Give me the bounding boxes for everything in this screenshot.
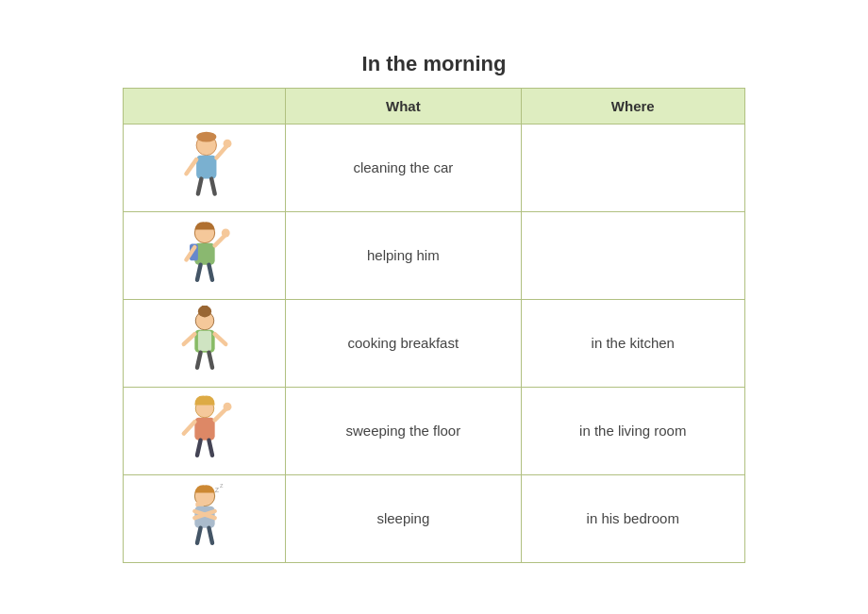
- col-header-where: Where: [521, 88, 745, 124]
- svg-line-29: [183, 422, 194, 433]
- activity-table: What Where cleaning the car: [123, 88, 745, 563]
- figure-cell: [124, 124, 286, 211]
- svg-line-31: [209, 440, 212, 455]
- svg-line-30: [197, 440, 201, 455]
- col-header-image: [124, 88, 286, 124]
- svg-line-38: [209, 527, 212, 542]
- svg-text:z: z: [214, 485, 219, 494]
- figure-cell: [124, 211, 286, 299]
- what-cell: cleaning the car: [286, 124, 521, 211]
- svg-line-6: [197, 178, 201, 193]
- table-row: z z sleepingin his bedroom: [124, 474, 745, 562]
- svg-line-24: [209, 352, 212, 367]
- svg-line-14: [197, 264, 201, 279]
- svg-point-1: [196, 131, 216, 141]
- table-header-row: What Where: [124, 88, 745, 124]
- svg-line-7: [211, 178, 215, 193]
- table-row: sweeping the floorin the living room: [124, 387, 745, 474]
- svg-line-21: [183, 334, 194, 344]
- what-cell: sleeping: [286, 474, 521, 562]
- where-cell: in the living room: [521, 387, 745, 474]
- table-row: cleaning the car: [124, 124, 745, 211]
- svg-line-15: [209, 264, 212, 279]
- figure-cell: [124, 387, 286, 474]
- svg-text:z: z: [220, 482, 224, 490]
- svg-line-22: [214, 334, 225, 344]
- col-header-what: What: [286, 88, 521, 124]
- main-container: In the morning What Where cleaning the c…: [123, 52, 745, 563]
- figure-cell: z z: [124, 474, 286, 562]
- where-cell: in his bedroom: [521, 474, 745, 562]
- svg-line-27: [214, 408, 225, 420]
- table-row: cooking breakfastin the kitchen: [124, 299, 745, 387]
- what-cell: sweeping the floor: [286, 387, 521, 474]
- page-title: In the morning: [123, 52, 745, 76]
- svg-rect-20: [197, 330, 210, 350]
- svg-line-37: [197, 527, 201, 542]
- where-cell: in the kitchen: [521, 299, 745, 387]
- what-cell: helping him: [286, 211, 521, 299]
- svg-line-23: [197, 352, 201, 367]
- table-row: helping him: [124, 211, 745, 299]
- figure-cell: [124, 299, 286, 387]
- svg-point-12: [221, 228, 229, 237]
- svg-point-5: [223, 139, 231, 147]
- svg-line-3: [186, 159, 196, 174]
- svg-point-28: [223, 402, 231, 410]
- what-cell: cooking breakfast: [286, 299, 521, 387]
- where-cell: [521, 124, 745, 211]
- where-cell: [521, 211, 745, 299]
- svg-rect-2: [196, 155, 216, 178]
- svg-rect-26: [194, 417, 214, 440]
